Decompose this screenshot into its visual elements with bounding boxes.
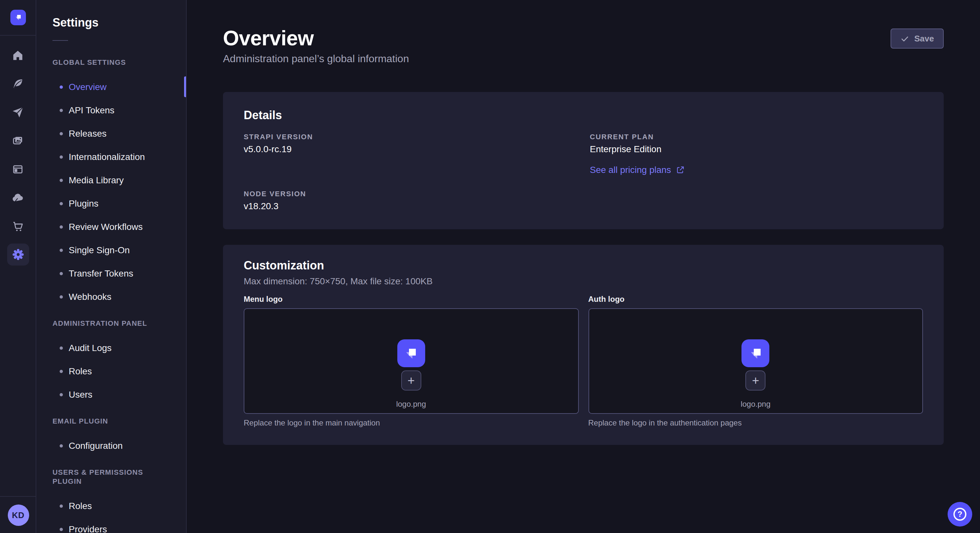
details-fields: STRAPI VERSION v5.0.0-rc.19 NODE VERSION…: [244, 132, 923, 213]
node-version-label: NODE VERSION: [244, 189, 577, 198]
menu-logo-add-button[interactable]: +: [401, 370, 421, 390]
current-plan-label: CURRENT PLAN: [590, 132, 923, 141]
page-subtitle: Administration panel’s global informatio…: [223, 53, 944, 65]
home-icon[interactable]: [0, 41, 36, 69]
feather-icon[interactable]: [0, 69, 36, 98]
avatar[interactable]: KD: [8, 504, 29, 525]
cart-icon[interactable]: [0, 212, 36, 240]
sidebar-item-up-roles[interactable]: Roles: [36, 494, 186, 517]
main-nav-rail: KD: [0, 0, 36, 533]
sidebar-item-overview[interactable]: Overview: [36, 75, 186, 98]
bullet-icon: [60, 346, 63, 349]
sidebar-item-label: Audit Logs: [69, 343, 111, 353]
sidebar-item-label: Roles: [69, 366, 92, 376]
sidebar-item-media-library[interactable]: Media Library: [36, 168, 186, 192]
app-window: KD Settings GLOBAL SETTINGS Overview API…: [0, 0, 980, 533]
sidebar-item-review-workflows[interactable]: Review Workflows: [36, 215, 186, 238]
page-title: Overview: [223, 26, 944, 51]
sidebar-item-label: Single Sign-On: [69, 245, 130, 255]
customization-card: Customization Max dimension: 750×750, Ma…: [223, 245, 944, 445]
sidebar-item-label: API Tokens: [69, 105, 115, 115]
current-plan-field: CURRENT PLAN Enterprise Edition: [590, 132, 923, 155]
details-card-title: Details: [244, 108, 923, 123]
settings-subnav: Settings GLOBAL SETTINGS Overview API To…: [36, 0, 187, 533]
section-administration-panel: ADMINISTRATION PANEL: [52, 319, 170, 328]
sidebar-item-label: Transfer Tokens: [69, 268, 133, 279]
sidebar-item-label: Overview: [69, 82, 107, 92]
sidebar-item-email-configuration[interactable]: Configuration: [36, 434, 186, 457]
pricing-plans-link-label: See all pricing plans: [590, 163, 671, 176]
sidebar-item-releases[interactable]: Releases: [36, 122, 186, 145]
bullet-icon: [60, 295, 63, 298]
section-global-settings: GLOBAL SETTINGS: [52, 58, 170, 67]
settings-active-tile: [7, 244, 29, 265]
bullet-icon: [60, 504, 63, 508]
help-button[interactable]: ?: [948, 502, 972, 527]
sidebar-item-label: Media Library: [69, 175, 124, 185]
details-card: Details STRAPI VERSION v5.0.0-rc.19 NODE…: [223, 92, 944, 229]
bullet-icon: [60, 444, 63, 447]
section-email-plugin: EMAIL PLUGIN: [52, 416, 170, 425]
bullet-icon: [60, 248, 63, 252]
details-right-column: CURRENT PLAN Enterprise Edition See all …: [590, 132, 923, 213]
pictures-icon[interactable]: [0, 126, 36, 155]
sidebar-item-label: Configuration: [69, 440, 123, 451]
sidebar-item-webhooks[interactable]: Webhooks: [36, 285, 186, 308]
plus-icon: +: [752, 374, 759, 387]
bullet-icon: [60, 85, 63, 89]
sidebar-item-transfer-tokens[interactable]: Transfer Tokens: [36, 262, 186, 285]
layout-icon[interactable]: [0, 155, 36, 183]
bullet-icon: [60, 528, 63, 531]
section-email-plugin-items: Configuration: [36, 434, 186, 457]
auth-logo-upload-box[interactable]: + logo.png: [588, 308, 923, 414]
sidebar-item-plugins[interactable]: Plugins: [36, 192, 186, 215]
sidebar-item-api-tokens[interactable]: API Tokens: [36, 98, 186, 122]
details-left-column: STRAPI VERSION v5.0.0-rc.19 NODE VERSION…: [244, 132, 577, 213]
sidebar-item-admin-roles[interactable]: Roles: [36, 359, 186, 383]
strapi-logo-icon: [13, 12, 23, 23]
auth-logo-preview: [742, 339, 770, 367]
sidebar-item-up-providers[interactable]: Providers: [36, 517, 186, 533]
node-version-field: NODE VERSION v18.20.3: [244, 189, 577, 213]
sidebar-item-label: Providers: [69, 524, 107, 533]
save-button[interactable]: Save: [890, 29, 944, 49]
bullet-icon: [60, 272, 63, 275]
customization-card-subtitle: Max dimension: 750×750, Max file size: 1…: [244, 274, 923, 287]
section-administration-panel-items: Audit Logs Roles Users: [36, 336, 186, 406]
menu-logo-helper: Replace the logo in the main navigation: [244, 418, 579, 428]
bullet-icon: [60, 132, 63, 135]
sidebar-item-label: Plugins: [69, 198, 99, 209]
gear-icon[interactable]: [0, 240, 36, 269]
strapi-logo[interactable]: [10, 10, 25, 25]
auth-logo-add-button[interactable]: +: [746, 370, 766, 390]
strapi-logo-icon: [746, 344, 765, 363]
section-global-settings-items: Overview API Tokens Releases Internation…: [36, 75, 186, 308]
cloud-icon[interactable]: [0, 183, 36, 212]
auth-logo-group: Auth logo + logo.png Replace the logo in…: [588, 287, 923, 428]
strapi-version-field: STRAPI VERSION v5.0.0-rc.19: [244, 132, 577, 155]
auth-logo-label: Auth logo: [588, 294, 923, 305]
sidebar-item-internationalization[interactable]: Internationalization: [36, 145, 186, 168]
menu-logo-label: Menu logo: [244, 294, 579, 305]
rail-icon-list: [0, 36, 36, 269]
bullet-icon: [60, 178, 63, 182]
bullet-icon: [60, 108, 63, 112]
customization-card-title: Customization: [244, 258, 923, 273]
section-users-permissions-items: Roles Providers: [36, 494, 186, 533]
bullet-icon: [60, 225, 63, 228]
sidebar-item-audit-logs[interactable]: Audit Logs: [36, 336, 186, 359]
auth-logo-helper: Replace the logo in the authentication p…: [588, 418, 923, 428]
rail-footer: KD: [0, 496, 36, 533]
menu-logo-upload-box[interactable]: + logo.png: [244, 308, 579, 414]
sidebar-item-label: Webhooks: [69, 292, 111, 302]
sidebar-item-admin-users[interactable]: Users: [36, 383, 186, 406]
sidebar-item-single-sign-on[interactable]: Single Sign-On: [36, 238, 186, 262]
pricing-plans-link[interactable]: See all pricing plans: [590, 163, 685, 176]
menu-logo-filename: logo.png: [396, 399, 426, 409]
plus-icon: +: [407, 374, 415, 387]
sidebar-item-label: Internationalization: [69, 152, 145, 162]
sidebar-item-label: Releases: [69, 128, 107, 139]
paper-plane-icon[interactable]: [0, 98, 36, 126]
sidebar-item-label: Roles: [69, 501, 92, 511]
section-users-permissions-plugin: USERS & PERMISSIONS PLUGIN: [52, 468, 170, 486]
